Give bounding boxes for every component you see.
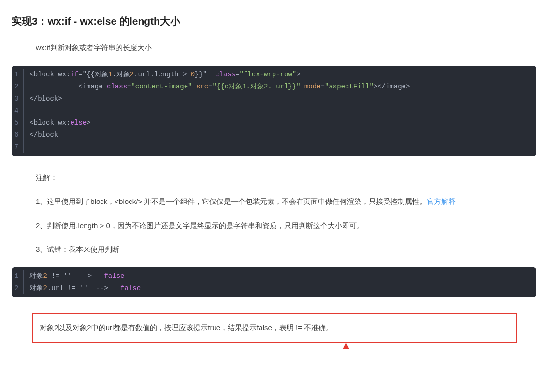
line-number: 4 <box>14 105 24 117</box>
code-line <box>29 141 532 153</box>
code-gutter: 1 2 3 4 5 6 7 <box>12 69 28 153</box>
code-line: <image class="content-image" src="{{c对象1… <box>29 81 532 93</box>
note-1-text: 1、这里使用到了block，<block/> 并不是一个组件，它仅仅是一个包装元… <box>12 197 427 205</box>
note-2: 2、判断使用.length > 0，因为不论图片还是文字最终显示的是字符串和资质… <box>12 219 536 232</box>
section-heading: 实现3：wx:if - wx:else 的length大小 <box>12 15 536 28</box>
line-number: 3 <box>14 93 24 105</box>
code-line: </block <box>29 129 532 141</box>
code-line: <block wx:else> <box>29 117 532 129</box>
code-block-2: 1 2 对象2 != '' --> false对象2.url != '' -->… <box>12 267 536 297</box>
callout-text: 对象2以及对象2中的url都是有数值的，按理应该提示true，结果提示false… <box>40 323 333 332</box>
arrow-head-icon <box>343 342 349 349</box>
line-number: 6 <box>14 129 24 141</box>
code-lines: <block wx:if="{{对象1.对象2.url.length > 0}}… <box>28 69 536 153</box>
code-gutter: 1 2 <box>12 270 28 294</box>
line-number: 2 <box>14 282 24 294</box>
arrow-stem <box>346 349 346 360</box>
line-number: 2 <box>14 81 24 93</box>
line-number: 7 <box>14 141 24 153</box>
note-3: 3、试错：我本来使用判断 <box>12 243 536 256</box>
official-doc-link[interactable]: 官方解释 <box>427 197 456 205</box>
code-lines: 对象2 != '' --> false对象2.url != '' --> fal… <box>28 270 536 294</box>
line-number: 1 <box>14 69 24 81</box>
code-line: </block> <box>29 93 532 105</box>
notes-title: 注解： <box>12 172 536 184</box>
code-block-1: 1 2 3 4 5 6 7 <block wx:if="{{对象1.对象2.ur… <box>12 66 536 156</box>
line-number: 1 <box>14 270 24 282</box>
intro-paragraph: wx:if判断对象或者字符串的长度大小 <box>12 42 536 54</box>
line-number: 5 <box>14 117 24 129</box>
code-line: 对象2.url != '' --> false <box>29 282 532 294</box>
code-line: 对象2 != '' --> false <box>29 270 532 282</box>
note-1: 1、这里使用到了block，<block/> 并不是一个组件，它仅仅是一个包装元… <box>12 195 536 208</box>
callout-arrow <box>32 343 517 363</box>
code-line: <block wx:if="{{对象1.对象2.url.length > 0}}… <box>29 69 532 81</box>
code-line <box>29 105 532 117</box>
callout-box: 对象2以及对象2中的url都是有数值的，按理应该提示true，结果提示false… <box>32 313 517 343</box>
